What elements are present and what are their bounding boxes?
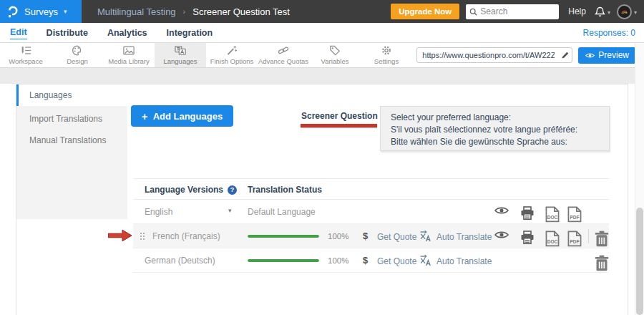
toolbar-item-workspace[interactable]: Workspace: [0, 43, 52, 67]
toolbar-item-variables[interactable]: Variables: [309, 43, 361, 67]
dollar-icon[interactable]: $: [363, 231, 368, 241]
table-row-english: English ▾ Default Language DOC PDF: [133, 200, 609, 224]
search-input[interactable]: [480, 6, 555, 16]
toolbar-item-finish-options[interactable]: Finish Options: [206, 43, 258, 67]
translation-progress-bar: [248, 259, 319, 262]
print-icon[interactable]: [520, 206, 535, 218]
breadcrumb-folder[interactable]: Multilingual Testing: [97, 6, 176, 17]
breadcrumb-separator-icon: ›: [183, 7, 186, 16]
responses-count[interactable]: Responses: 0: [583, 28, 644, 38]
advance-quotas-icon: [278, 45, 289, 56]
tab-integration[interactable]: Integration: [167, 26, 213, 39]
toolbar-label: Finish Options: [210, 57, 254, 65]
chevron-down-icon: ▾: [634, 9, 637, 16]
pdf-export-icon[interactable]: PDF: [567, 206, 582, 218]
questionpro-logo: [6, 5, 19, 18]
auto-translate-link[interactable]: Auto Translate: [436, 256, 492, 266]
upgrade-now-button[interactable]: Upgrade Now: [391, 4, 459, 19]
tab-analytics[interactable]: Analytics: [107, 26, 147, 39]
toolbar-label: Variables: [321, 57, 349, 65]
table-row-french: French (Français) 100% $ Get Quote Auto …: [133, 224, 609, 248]
delete-icon[interactable]: [595, 255, 609, 266]
progress-percentage: 100%: [328, 232, 348, 241]
column-header-translation-status: Translation Status: [248, 185, 322, 195]
view-icon[interactable]: [494, 206, 509, 218]
delete-icon[interactable]: [595, 231, 609, 242]
prompt-line-german: Bitte wählen Sie die gewünschte Sprache …: [391, 136, 599, 148]
toolbar-label: Advance Quotas: [258, 57, 308, 65]
table-header-row: Language Versions ? Translation Status: [133, 178, 609, 200]
toolbar-item-design[interactable]: Design: [52, 43, 103, 67]
drag-handle-icon[interactable]: [140, 232, 145, 241]
toolbar-item-advance-quotas[interactable]: Advance Quotas: [258, 43, 309, 67]
sidebar-item-manual-translations[interactable]: Manual Translations: [16, 130, 127, 151]
svg-text:DOC: DOC: [547, 215, 558, 220]
tab-edit[interactable]: Edit: [10, 26, 27, 39]
screener-question-preview-box: Select your preferred language: S'il vou…: [380, 106, 610, 151]
toolbar-label: Workspace: [9, 57, 42, 65]
preview-label: Preview: [598, 50, 629, 60]
global-search[interactable]: [466, 4, 559, 19]
variables-icon: [329, 45, 341, 56]
language-name: German (Deutsch): [145, 256, 215, 266]
view-icon[interactable]: [494, 231, 509, 242]
get-quote-link[interactable]: Get Quote: [377, 232, 416, 242]
notifications-menu[interactable]: ▾: [595, 6, 610, 17]
edit-toolbar: Workspace Design Media Library Languages: [0, 43, 644, 68]
workspace-icon: [20, 45, 31, 56]
divider: [588, 229, 589, 243]
print-icon[interactable]: [520, 231, 535, 242]
pdf-export-icon[interactable]: PDF: [567, 231, 582, 242]
translate-icon[interactable]: [419, 231, 431, 242]
svg-text:DOC: DOC: [547, 239, 558, 244]
dollar-icon[interactable]: $: [363, 255, 368, 266]
tab-distribute[interactable]: Distribute: [47, 26, 88, 39]
help-circle-icon[interactable]: ?: [228, 185, 237, 195]
translate-icon[interactable]: [419, 255, 431, 266]
preview-button[interactable]: Preview: [578, 47, 636, 64]
breadcrumb: Multilingual Testing › Screener Question…: [97, 6, 290, 17]
avatar: [617, 4, 632, 19]
get-quote-link[interactable]: Get Quote: [377, 256, 416, 266]
page-background-band: [0, 68, 644, 84]
product-switcher[interactable]: Surveys ▾: [0, 0, 82, 23]
default-language-label: Default Language: [248, 207, 316, 217]
column-header-language-versions: Language Versions ?: [145, 185, 237, 195]
language-versions-table: Language Versions ? Translation Status E…: [133, 178, 609, 273]
add-languages-button[interactable]: + Add Languages: [131, 105, 233, 127]
screener-question-label: Screener Question :: [301, 111, 383, 121]
survey-url-field: [416, 47, 572, 63]
toolbar-item-media-library[interactable]: Media Library: [103, 43, 155, 67]
bell-icon: [595, 6, 605, 17]
language-dropdown-caret-icon[interactable]: ▾: [228, 207, 232, 214]
survey-url-input[interactable]: [417, 51, 557, 59]
plus-icon: +: [142, 110, 148, 122]
auto-translate-link[interactable]: Auto Translate: [436, 232, 492, 242]
table-row-german: German (Deutsch) 100% $ Get Quote Auto T…: [133, 248, 609, 273]
account-menu[interactable]: ▾: [617, 4, 637, 19]
red-underline-annotation: [301, 124, 377, 127]
languages-icon: [175, 45, 186, 56]
edit-url-button[interactable]: [557, 48, 572, 62]
toolbar-label: Settings: [374, 57, 399, 65]
red-arrow-annotation: [108, 229, 133, 242]
breadcrumb-survey-title[interactable]: Screener Question Test: [192, 6, 290, 17]
sidebar-item-import-translations[interactable]: Import Translations: [16, 108, 127, 130]
prompt-line-english: Select your preferred language:: [391, 112, 599, 124]
doc-export-icon[interactable]: DOC: [545, 231, 560, 242]
help-link[interactable]: Help: [568, 6, 586, 16]
topbar-actions: Upgrade Now Help ▾ ▾: [391, 4, 644, 19]
doc-export-icon[interactable]: DOC: [545, 206, 560, 218]
topbar: Surveys ▾ Multilingual Testing › Screene…: [0, 0, 644, 23]
toolbar-item-languages[interactable]: Languages: [155, 43, 206, 67]
chevron-down-icon: ▾: [64, 8, 67, 15]
toolbar-label: Languages: [163, 57, 197, 65]
svg-text:PDF: PDF: [570, 239, 579, 244]
language-versions-text: Language Versions: [145, 185, 223, 195]
sidebar-item-languages[interactable]: Languages: [16, 84, 127, 106]
scrollbar-track[interactable]: [635, 43, 644, 315]
toolbar-item-settings[interactable]: Settings: [361, 43, 412, 67]
scrollbar-thumb[interactable]: [636, 208, 643, 315]
pencil-icon: [561, 52, 569, 59]
product-name: Surveys: [24, 6, 58, 17]
